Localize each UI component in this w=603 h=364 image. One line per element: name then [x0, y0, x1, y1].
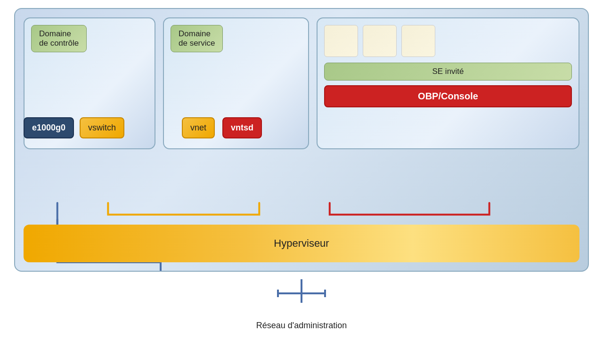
guest-square-1: [324, 25, 358, 57]
diagram-wrapper: Domaine de contrôle Domaine de service S…: [9, 8, 594, 356]
hyperviseur-label: Hyperviseur: [274, 237, 329, 250]
network-section: Réseau d'administration: [207, 279, 396, 331]
vswitch-box: vswitch: [80, 117, 124, 138]
vntsd-box: vntsd: [222, 117, 262, 138]
se-invite-label: SE invité: [324, 63, 572, 81]
guest-square-2: [363, 25, 397, 57]
control-components: e1000g0 vswitch: [24, 117, 155, 138]
hyperviseur-bar: Hyperviseur: [24, 225, 579, 262]
e1000g0-box: e1000g0: [24, 117, 74, 138]
components-row: e1000g0 vswitch vnet vntsd: [24, 117, 579, 138]
network-label: Réseau d'administration: [256, 321, 347, 331]
vnet-box: vnet: [182, 117, 215, 138]
service-components: vnet vntsd: [182, 117, 328, 138]
obp-console-box: OBP/Console: [324, 85, 572, 107]
domain-control-label: Domaine de contrôle: [31, 25, 87, 52]
guest-square-3: [401, 25, 435, 57]
domain-service-label: Domaine de service: [171, 25, 223, 52]
guest-squares: [324, 25, 572, 57]
main-container: Domaine de contrôle Domaine de service S…: [14, 8, 589, 272]
network-connector-svg: [207, 279, 396, 317]
